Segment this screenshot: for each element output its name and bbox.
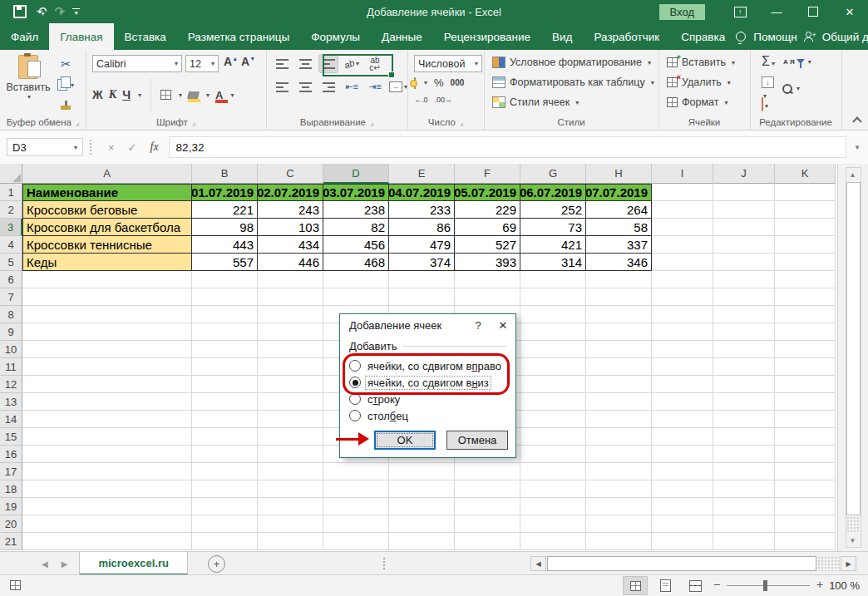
cell-D1[interactable]: 03.07.2019 bbox=[323, 184, 389, 201]
name-box[interactable]: D3▾ bbox=[7, 138, 83, 156]
fill-button[interactable]: ↓▾ bbox=[762, 76, 774, 101]
cell-G21[interactable] bbox=[520, 533, 586, 550]
font-name-select[interactable]: Calibri▾ bbox=[92, 55, 182, 72]
cell-F7[interactable] bbox=[455, 288, 520, 306]
cell-I5[interactable] bbox=[652, 254, 713, 271]
horizontal-scroll-track[interactable] bbox=[817, 556, 841, 571]
cell-C5[interactable]: 446 bbox=[258, 254, 323, 271]
cell-K11[interactable] bbox=[775, 358, 836, 376]
cell-E4[interactable]: 479 bbox=[389, 236, 455, 254]
zoom-slider-thumb[interactable] bbox=[763, 580, 767, 591]
column-header-A[interactable]: A bbox=[22, 164, 192, 184]
redo-button[interactable]: ↷▾ bbox=[55, 5, 63, 18]
radio-option-3[interactable]: строку bbox=[349, 391, 506, 407]
cell-B4[interactable]: 443 bbox=[192, 236, 258, 254]
fill-color-button[interactable] bbox=[188, 91, 199, 99]
copy-button[interactable]: ▾ bbox=[52, 76, 80, 94]
cell-J14[interactable] bbox=[713, 411, 775, 428]
zoom-level[interactable]: 100 % bbox=[829, 579, 860, 592]
cell-B5[interactable]: 557 bbox=[192, 254, 258, 271]
row-header-13[interactable]: 13 bbox=[0, 393, 22, 411]
scroll-down-icon[interactable]: ▼ bbox=[846, 534, 859, 547]
cell-A18[interactable] bbox=[22, 480, 192, 498]
cell-J9[interactable] bbox=[713, 323, 775, 341]
cell-F1[interactable]: 05.07.2019 bbox=[455, 184, 520, 201]
cell-K17[interactable] bbox=[775, 463, 836, 480]
save-icon[interactable] bbox=[13, 5, 27, 18]
cell-G19[interactable] bbox=[520, 498, 586, 515]
cell-H9[interactable] bbox=[586, 323, 652, 341]
horizontal-scroll-thumb[interactable] bbox=[547, 556, 816, 571]
scroll-up-icon[interactable]: ▲ bbox=[846, 168, 859, 181]
cell-J6[interactable] bbox=[713, 271, 775, 288]
cell-E6[interactable] bbox=[389, 271, 455, 288]
cell-B10[interactable] bbox=[192, 341, 258, 358]
column-header-B[interactable]: B bbox=[192, 164, 258, 184]
cell-E2[interactable]: 233 bbox=[389, 201, 455, 219]
decrease-indent-button[interactable]: ⇤≡ bbox=[343, 78, 361, 96]
dialog-help-button[interactable]: ? bbox=[466, 314, 491, 337]
cell-D4[interactable]: 456 bbox=[323, 236, 389, 254]
column-header-H[interactable]: H bbox=[586, 164, 652, 184]
cell-D3[interactable]: 82 bbox=[323, 219, 389, 236]
cell-J13[interactable] bbox=[713, 393, 775, 411]
cell-A10[interactable] bbox=[22, 341, 192, 358]
cell-styles-button[interactable]: Стили ячеек▾ bbox=[492, 96, 579, 108]
dialog-launcher-icon[interactable]: ⌟ bbox=[370, 118, 373, 126]
cell-C2[interactable]: 243 bbox=[258, 201, 323, 219]
row-header-9[interactable]: 9 bbox=[0, 323, 22, 341]
column-header-K[interactable]: K bbox=[775, 164, 836, 184]
cell-B19[interactable] bbox=[192, 498, 258, 515]
expand-formula-bar-icon[interactable]: ▾ bbox=[846, 143, 868, 151]
cell-H8[interactable] bbox=[586, 306, 652, 323]
row-header-21[interactable]: 21 bbox=[0, 533, 22, 550]
cell-J18[interactable] bbox=[713, 480, 775, 498]
undo-button[interactable]: ↶▾ bbox=[37, 5, 45, 18]
cell-I11[interactable] bbox=[652, 358, 713, 376]
cell-G15[interactable] bbox=[520, 428, 586, 446]
cell-I1[interactable] bbox=[652, 184, 713, 201]
accounting-format-button[interactable] bbox=[414, 78, 416, 88]
align-top-button[interactable] bbox=[273, 55, 291, 72]
cell-B20[interactable] bbox=[192, 515, 258, 533]
cell-I4[interactable] bbox=[652, 236, 713, 254]
cell-A16[interactable] bbox=[22, 446, 192, 463]
cell-G5[interactable]: 314 bbox=[520, 254, 586, 271]
cell-J15[interactable] bbox=[713, 428, 775, 446]
cell-C19[interactable] bbox=[258, 498, 323, 515]
row-header-5[interactable]: 5 bbox=[0, 254, 22, 271]
cell-J11[interactable] bbox=[713, 358, 775, 376]
cell-G4[interactable]: 421 bbox=[520, 236, 586, 254]
cell-I3[interactable] bbox=[652, 219, 713, 236]
row-header-2[interactable]: 2 bbox=[0, 201, 22, 219]
zoom-in-button[interactable]: + bbox=[816, 578, 823, 591]
cell-H17[interactable] bbox=[586, 463, 652, 480]
cell-J16[interactable] bbox=[713, 446, 775, 463]
cell-E18[interactable] bbox=[389, 480, 455, 498]
cell-I9[interactable] bbox=[652, 323, 713, 341]
cell-I6[interactable] bbox=[652, 271, 713, 288]
cell-J2[interactable] bbox=[713, 201, 775, 219]
cell-B1[interactable]: 01.07.2019 bbox=[192, 184, 258, 201]
ribbon-tab-главная[interactable]: Главная bbox=[49, 23, 113, 50]
cell-A15[interactable] bbox=[22, 428, 192, 446]
cell-G12[interactable] bbox=[520, 376, 586, 393]
cancel-button[interactable]: Отмена bbox=[446, 431, 508, 450]
new-sheet-button[interactable]: + bbox=[208, 555, 225, 573]
cell-E5[interactable]: 374 bbox=[389, 254, 455, 271]
align-left-button[interactable] bbox=[273, 78, 291, 96]
ribbon-tab-разработчик[interactable]: Разработчик bbox=[583, 23, 670, 50]
cell-A7[interactable] bbox=[22, 288, 192, 306]
cell-H3[interactable]: 58 bbox=[586, 219, 652, 236]
cell-D20[interactable] bbox=[323, 515, 389, 533]
cell-A4[interactable]: Кроссовки теннисные bbox=[22, 236, 192, 254]
cell-G17[interactable] bbox=[520, 463, 586, 480]
cell-E20[interactable] bbox=[389, 515, 455, 533]
insert-cells-button[interactable]: +Вставить▾ bbox=[667, 57, 735, 68]
close-button[interactable]: ✕ bbox=[831, 0, 868, 23]
row-header-11[interactable]: 11 bbox=[0, 358, 22, 376]
cell-G1[interactable]: 06.07.2019 bbox=[520, 184, 586, 201]
decrease-decimal-button[interactable]: .00→ bbox=[435, 96, 453, 104]
cell-I16[interactable] bbox=[652, 446, 713, 463]
cell-I20[interactable] bbox=[652, 515, 713, 533]
